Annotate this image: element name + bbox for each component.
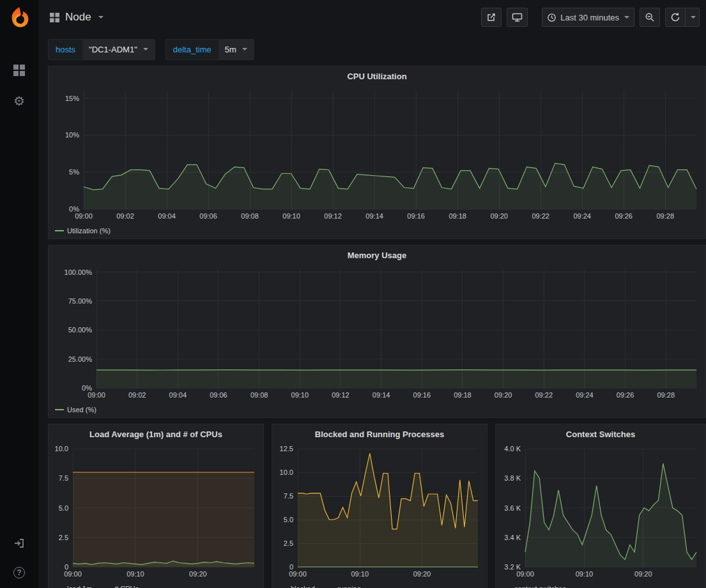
variable-hosts[interactable]: hosts "DC1-ADM1" [48, 39, 155, 60]
time-range-label: Last 30 minutes [560, 13, 619, 22]
legend-label: running [337, 585, 361, 588]
load-average-chart[interactable]: 09:0009:1009:2002.55.07.510.0 [49, 444, 263, 581]
refresh-interval-dropdown[interactable] [686, 8, 700, 27]
svg-text:3.8 K: 3.8 K [504, 474, 521, 482]
panel-memory-usage: Memory Usage 09:0009:0209:0409:0609:0809… [48, 245, 706, 418]
svg-text:09:20: 09:20 [634, 570, 652, 578]
help-icon[interactable]: ? [12, 565, 27, 580]
variable-hosts-value[interactable]: "DC1-ADM1" [82, 40, 155, 59]
variable-delta-time[interactable]: delta_time 5m [165, 39, 254, 60]
navbar: Node Last 30 minutes [38, 0, 706, 35]
legend-item[interactable]: context switches [502, 585, 566, 588]
legend-item[interactable]: Used (%) [55, 406, 96, 414]
svg-text:7.5: 7.5 [59, 474, 68, 482]
svg-text:5%: 5% [69, 168, 79, 176]
sidebar: ⚙ ? [0, 0, 38, 588]
svg-text:09:10: 09:10 [351, 570, 369, 578]
legend-label: # CPUs [114, 585, 139, 588]
svg-text:09:22: 09:22 [535, 391, 553, 399]
share-button[interactable] [481, 8, 502, 27]
cpu-utilization-chart[interactable]: 09:0009:0209:0409:0609:0809:1009:1209:14… [49, 86, 705, 223]
svg-text:09:18: 09:18 [454, 391, 472, 399]
panel-title[interactable]: Blocked and Running Processes [272, 424, 487, 444]
svg-text:09:06: 09:06 [199, 212, 217, 220]
svg-text:09:28: 09:28 [657, 391, 675, 399]
svg-text:5.0: 5.0 [59, 504, 68, 512]
svg-text:09:20: 09:20 [495, 391, 512, 399]
share-icon [486, 12, 496, 22]
panel-title[interactable]: Memory Usage [49, 245, 705, 265]
dashboards-icon[interactable] [12, 63, 27, 78]
sign-in-icon[interactable] [12, 536, 27, 551]
caret-down-icon [143, 48, 148, 50]
svg-text:09:10: 09:10 [282, 212, 300, 220]
svg-text:09:00: 09:00 [289, 570, 307, 578]
svg-text:3.2 K: 3.2 K [504, 563, 521, 571]
legend-item[interactable]: blocked [279, 585, 315, 588]
svg-text:15%: 15% [65, 95, 79, 102]
panel-blocked-running: Blocked and Running Processes 09:0009:10… [272, 424, 487, 588]
refresh-group [665, 8, 700, 27]
panel-load-average: Load Average (1m) and # of CPUs 09:0009:… [48, 424, 264, 588]
zoom-out-icon [645, 12, 655, 22]
svg-text:0: 0 [289, 563, 293, 571]
svg-text:09:26: 09:26 [617, 391, 634, 399]
svg-text:09:24: 09:24 [573, 212, 591, 220]
svg-text:2.5: 2.5 [284, 539, 293, 547]
legend-label: blocked [291, 585, 315, 588]
legend-label: Used (%) [67, 406, 96, 414]
panel-title[interactable]: Context Switches [496, 424, 705, 444]
svg-text:09:08: 09:08 [241, 212, 259, 220]
svg-text:09:00: 09:00 [64, 570, 82, 578]
variable-delta-time-label: delta_time [166, 40, 219, 59]
svg-text:3.6 K: 3.6 K [504, 504, 521, 512]
svg-text:09:16: 09:16 [413, 391, 431, 399]
svg-text:09:28: 09:28 [656, 212, 674, 220]
svg-text:09:12: 09:12 [324, 212, 342, 220]
svg-text:0%: 0% [82, 384, 92, 392]
svg-text:09:02: 09:02 [116, 212, 134, 220]
clock-icon [547, 13, 556, 22]
blocked-running-chart[interactable]: 09:0009:1009:2002.55.07.510.012.5 [272, 444, 487, 581]
page-title: Node [65, 11, 91, 24]
svg-text:7.5: 7.5 [284, 492, 293, 500]
legend-label: load 1m [67, 585, 92, 588]
svg-text:09:20: 09:20 [413, 570, 431, 578]
help-question-glyph: ? [13, 567, 25, 578]
grafana-logo-icon[interactable] [7, 5, 31, 29]
svg-text:09:24: 09:24 [576, 391, 594, 399]
svg-text:09:26: 09:26 [615, 212, 633, 220]
svg-text:100.00%: 100.00% [65, 268, 93, 276]
svg-text:09:00: 09:00 [75, 212, 93, 220]
template-variables-bar: hosts "DC1-ADM1" delta_time 5m [38, 35, 706, 64]
tv-mode-button[interactable] [507, 8, 528, 27]
navbar-actions: Last 30 minutes [476, 8, 700, 27]
svg-text:09:14: 09:14 [365, 212, 383, 220]
svg-text:09:00: 09:00 [516, 570, 534, 578]
variable-delta-time-value[interactable]: 5m [219, 40, 254, 59]
time-range-picker[interactable]: Last 30 minutes [542, 8, 634, 27]
panel-title[interactable]: Load Average (1m) and # of CPUs [49, 424, 263, 444]
variable-delta-time-selected: 5m [225, 45, 236, 54]
legend-item[interactable]: load 1m [55, 585, 92, 588]
svg-text:09:06: 09:06 [210, 391, 227, 399]
svg-text:09:18: 09:18 [449, 212, 466, 220]
tv-monitor-icon [512, 12, 523, 22]
panel-legend: blockedrunning [272, 581, 487, 588]
refresh-button[interactable] [665, 8, 686, 27]
legend-label: context switches [514, 585, 566, 588]
settings-gear-icon[interactable]: ⚙ [12, 93, 27, 109]
legend-item[interactable]: # CPUs [102, 585, 139, 588]
legend-item[interactable]: running [325, 585, 361, 588]
legend-item[interactable]: Utilization (%) [55, 227, 111, 235]
dashboard-title-button[interactable]: Node [50, 11, 104, 24]
zoom-out-button[interactable] [640, 8, 660, 27]
svg-text:09:00: 09:00 [88, 391, 105, 399]
context-switches-chart[interactable]: 09:0009:1009:203.2 K3.4 K3.6 K3.8 K4.0 K [496, 444, 705, 581]
svg-text:10.0: 10.0 [280, 468, 293, 476]
memory-usage-chart[interactable]: 09:0009:0209:0409:0609:0809:1009:1209:14… [49, 265, 705, 402]
panel-title[interactable]: CPU Utilization [49, 66, 705, 86]
svg-text:09:08: 09:08 [250, 391, 268, 399]
panel-legend: context switches [496, 581, 705, 588]
svg-text:09:10: 09:10 [127, 570, 144, 578]
